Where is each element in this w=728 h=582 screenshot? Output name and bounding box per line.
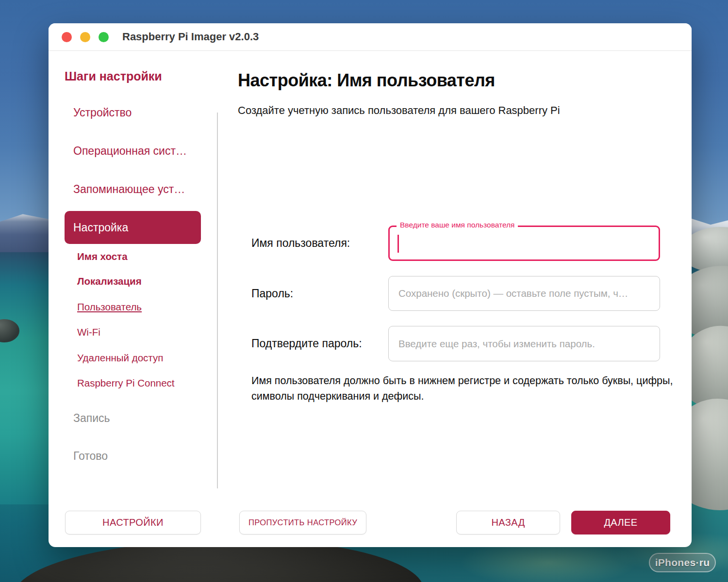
watermark-badge: iPhones·ru [649, 553, 716, 572]
sidebar-item-done: Готово [73, 450, 108, 463]
username-label: Имя пользователя: [251, 226, 350, 261]
settings-button[interactable]: НАСТРОЙКИ [65, 511, 201, 534]
sidebar-sub-hostname[interactable]: Имя хоста [77, 251, 128, 262]
zoom-button[interactable] [99, 32, 109, 42]
desktop: iPhones·ru Raspberry Pi Imager v2.0.3 Ша… [0, 0, 728, 582]
app-window: Raspberry Pi Imager v2.0.3 Шаги настройк… [49, 23, 692, 547]
text-cursor [397, 235, 399, 253]
username-field: Введите ваше имя пользователя [388, 226, 660, 261]
skip-customisation-button[interactable]: ПРОПУСТИТЬ НАСТРОЙКУ [239, 511, 366, 534]
sidebar-item-operating-system[interactable]: Операционная сист… [73, 145, 187, 158]
sidebar-sub-remote-access[interactable]: Удаленный доступ [77, 352, 163, 364]
sidebar-sub-localisation[interactable]: Локализация [77, 275, 142, 287]
watermark-label: iPhones·ru [655, 557, 710, 568]
sidebar-sub-rpi-connect[interactable]: Raspberry Pi Connect [77, 377, 175, 389]
next-button[interactable]: ДАЛЕЕ [571, 511, 670, 534]
traffic-lights [62, 32, 109, 42]
window-body: Шаги настройки Устройство Операционная с… [49, 51, 692, 547]
sidebar-sub-user[interactable]: Пользователь [77, 301, 142, 313]
username-floating-label: Введите ваше имя пользователя [397, 221, 518, 229]
password-input[interactable] [389, 276, 660, 310]
sidebar-item-storage[interactable]: Запоминающее уст… [73, 183, 185, 196]
username-note: Имя пользователя должно быть в нижнем ре… [251, 373, 678, 404]
back-button[interactable]: НАЗАД [456, 511, 560, 534]
sidebar-item-customisation-label: Настройка [73, 221, 128, 234]
password-field [388, 276, 660, 311]
username-input[interactable] [390, 227, 659, 259]
sidebar-item-device[interactable]: Устройство [73, 106, 132, 119]
titlebar: Raspberry Pi Imager v2.0.3 [49, 23, 692, 51]
sidebar-item-customisation-selected[interactable]: Настройка [65, 211, 201, 244]
password-label: Пароль: [251, 276, 293, 311]
sidebar-item-write: Запись [73, 412, 110, 425]
confirm-password-input[interactable] [389, 326, 660, 361]
sidebar-heading: Шаги настройки [65, 69, 162, 83]
minimize-button[interactable] [80, 32, 90, 42]
sidebar-divider [217, 113, 218, 488]
confirm-password-label: Подтвердите пароль: [251, 326, 362, 361]
confirm-password-field [388, 326, 660, 361]
sidebar-sub-wifi[interactable]: Wi-Fi [77, 326, 100, 338]
page-subtitle: Создайте учетную запись пользователя для… [238, 104, 560, 117]
page-title: Настройка: Имя пользователя [238, 70, 495, 91]
close-button[interactable] [62, 32, 72, 42]
window-title: Raspberry Pi Imager v2.0.3 [122, 31, 259, 43]
